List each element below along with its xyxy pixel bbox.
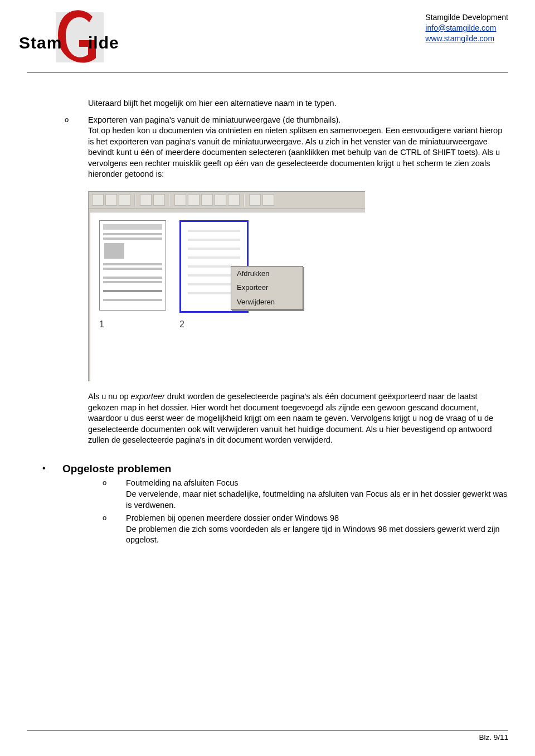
sub-body: De vervelende, maar niet schadelijke, fo…	[126, 489, 508, 511]
para-after-figure: Als u nu op exporteer drukt worden de ge…	[65, 391, 508, 450]
context-menu-delete[interactable]: Verwijderen	[231, 295, 303, 309]
tool-icon[interactable]	[201, 194, 213, 206]
list-marker: o	[103, 478, 126, 511]
email-link[interactable]: info@stamgilde.com	[425, 23, 496, 32]
website-link[interactable]: www.stamgilde.com	[425, 34, 494, 43]
thumbnail-toolbar	[89, 192, 365, 209]
tool-icon[interactable]	[119, 194, 130, 206]
company-name: Stamgilde Development	[425, 12, 508, 23]
page-header: Stam ilde Stamgilde Development info@sta…	[27, 12, 508, 74]
logo-text-right: ilde	[88, 33, 119, 52]
solved-problems-list: o Foutmelding na afsluiten Focus De verv…	[65, 478, 508, 545]
context-menu-export[interactable]: Exporteer	[231, 280, 303, 295]
toolbar-separator	[244, 194, 245, 206]
thumbnail-number-1: 1	[99, 318, 104, 331]
tool-icon[interactable]	[105, 194, 117, 206]
arrow-right-icon[interactable]	[153, 194, 165, 206]
list-item-export: o Exporteren van pagina's vanuit de mini…	[65, 115, 508, 185]
thumbnail-canvas: 1 2 Afdrukken Exporteer Verwijderen	[90, 212, 365, 381]
header-rule	[27, 72, 508, 73]
zoom-out-icon[interactable]	[262, 194, 274, 206]
context-menu-print[interactable]: Afdrukken	[231, 266, 303, 281]
tool-icon[interactable]	[92, 194, 104, 206]
spacer	[65, 391, 88, 450]
list-marker: o	[103, 513, 126, 546]
section-heading: Opgeloste problemen	[62, 462, 171, 476]
sub-body: De problemen die zich soms voordeden als…	[126, 524, 508, 546]
list-item: o Problemen bij openen meerdere dossier …	[103, 513, 508, 546]
tool-icon[interactable]	[228, 194, 240, 206]
page-content: Uiteraard blijft het mogelijk om hier ee…	[27, 74, 508, 546]
arrow-left-icon[interactable]	[140, 194, 152, 206]
logo-text-left: Stam	[19, 33, 62, 52]
tool-icon[interactable]	[188, 194, 200, 206]
zoom-in-icon[interactable]	[249, 194, 261, 206]
sub-title: Problemen bij openen meerdere dossier on…	[126, 513, 508, 524]
toolbar-separator	[134, 194, 135, 206]
thumbnail-number-2: 2	[179, 318, 184, 331]
sub-title: Foutmelding na afsluiten Focus	[126, 478, 508, 489]
list-marker: o	[65, 115, 88, 185]
text: Als u nu op	[88, 392, 131, 401]
page-footer: Blz. 9/11	[27, 730, 508, 742]
list-item: o Foutmelding na afsluiten Focus De verv…	[103, 478, 508, 511]
export-explanation: Als u nu op exporteer drukt worden de ge…	[88, 391, 508, 446]
text-emphasis: exporteer	[131, 392, 165, 401]
thumbnail-1[interactable]	[99, 220, 166, 311]
embedded-screenshot: 1 2 Afdrukken Exporteer Verwijderen	[88, 191, 508, 381]
bullet-marker: •	[42, 462, 62, 476]
context-menu: Afdrukken Exporteer Verwijderen	[231, 266, 303, 310]
tool-icon[interactable]	[174, 194, 186, 206]
header-info: Stamgilde Development info@stamgilde.com…	[425, 12, 508, 44]
page-number: Blz. 9/11	[27, 733, 508, 742]
footer-rule	[27, 730, 508, 731]
intro-line: Uiteraard blijft het mogelijk om hier ee…	[88, 98, 508, 109]
toolbar-separator	[169, 194, 170, 206]
section-heading-row: • Opgeloste problemen	[42, 462, 508, 476]
tool-icon[interactable]	[215, 194, 226, 206]
logo: Stam ilde	[22, 12, 134, 62]
list-body-text: Exporteren van pagina's vanuit de miniat…	[88, 115, 508, 180]
